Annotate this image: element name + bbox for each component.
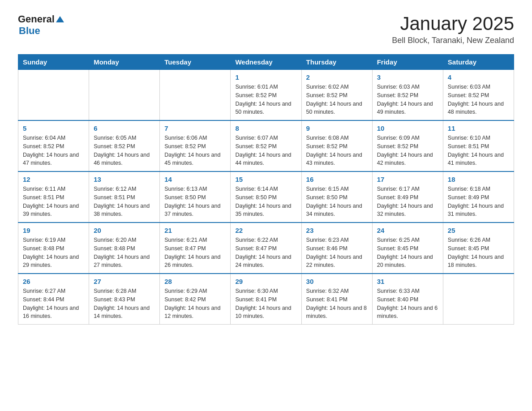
- day-info: Sunrise: 6:28 AMSunset: 8:43 PMDaylight:…: [94, 287, 155, 321]
- calendar-cell: 10 Sunrise: 6:09 AMSunset: 8:52 PMDaylig…: [372, 120, 443, 171]
- calendar-cell: 30 Sunrise: 6:32 AMSunset: 8:41 PMDaylig…: [301, 274, 372, 325]
- calendar-cell: 11 Sunrise: 6:10 AMSunset: 8:51 PMDaylig…: [443, 120, 514, 171]
- calendar-table: Sunday Monday Tuesday Wednesday Thursday…: [18, 54, 514, 325]
- calendar-cell: [443, 274, 514, 325]
- day-info: Sunrise: 6:03 AMSunset: 8:52 PMDaylight:…: [448, 83, 509, 116]
- day-number: 3: [377, 73, 438, 81]
- day-number: 10: [377, 124, 438, 132]
- day-number: 14: [164, 176, 226, 183]
- day-number: 4: [448, 73, 509, 81]
- col-thursday: Thursday: [301, 55, 372, 70]
- calendar-cell: 29 Sunrise: 6:30 AMSunset: 8:41 PMDaylig…: [231, 274, 301, 325]
- day-number: 27: [94, 278, 155, 285]
- day-info: Sunrise: 6:02 AMSunset: 8:52 PMDaylight:…: [306, 83, 368, 116]
- day-info: Sunrise: 6:27 AMSunset: 8:44 PMDaylight:…: [23, 287, 84, 321]
- day-number: 7: [164, 124, 226, 132]
- calendar-cell: 13 Sunrise: 6:12 AMSunset: 8:51 PMDaylig…: [89, 171, 160, 223]
- calendar-cell: 18 Sunrise: 6:18 AMSunset: 8:49 PMDaylig…: [443, 171, 514, 223]
- calendar-cell: 7 Sunrise: 6:06 AMSunset: 8:52 PMDayligh…: [160, 120, 231, 171]
- day-number: 6: [94, 124, 155, 132]
- calendar-cell: 23 Sunrise: 6:23 AMSunset: 8:46 PMDaylig…: [301, 223, 372, 274]
- calendar-cell: 6 Sunrise: 6:05 AMSunset: 8:52 PMDayligh…: [89, 120, 160, 171]
- calendar-cell: 14 Sunrise: 6:13 AMSunset: 8:50 PMDaylig…: [160, 171, 231, 223]
- calendar-cell: 26 Sunrise: 6:27 AMSunset: 8:44 PMDaylig…: [18, 274, 89, 325]
- calendar-cell: 20 Sunrise: 6:20 AMSunset: 8:48 PMDaylig…: [89, 223, 160, 274]
- day-info: Sunrise: 6:15 AMSunset: 8:50 PMDaylight:…: [306, 185, 368, 218]
- day-number: 13: [94, 176, 155, 183]
- calendar-cell: 16 Sunrise: 6:15 AMSunset: 8:50 PMDaylig…: [301, 171, 372, 223]
- day-number: 22: [235, 227, 296, 234]
- day-number: 8: [235, 124, 296, 132]
- day-info: Sunrise: 6:19 AMSunset: 8:48 PMDaylight:…: [23, 236, 84, 270]
- day-number: 29: [235, 278, 296, 285]
- calendar-cell: 21 Sunrise: 6:21 AMSunset: 8:47 PMDaylig…: [160, 223, 231, 274]
- calendar-cell: 28 Sunrise: 6:29 AMSunset: 8:42 PMDaylig…: [160, 274, 231, 325]
- day-info: Sunrise: 6:13 AMSunset: 8:50 PMDaylight:…: [164, 185, 226, 218]
- week-row-5: 26 Sunrise: 6:27 AMSunset: 8:44 PMDaylig…: [18, 274, 514, 325]
- day-info: Sunrise: 6:04 AMSunset: 8:52 PMDaylight:…: [23, 134, 84, 167]
- week-row-1: 1 Sunrise: 6:01 AMSunset: 8:52 PMDayligh…: [18, 70, 514, 121]
- day-number: 26: [23, 278, 84, 285]
- page-header: General Blue January 2025 Bell Block, Ta…: [18, 13, 514, 45]
- col-monday: Monday: [89, 55, 160, 70]
- calendar-cell: [89, 70, 160, 121]
- day-number: 28: [164, 278, 226, 285]
- calendar-cell: 17 Sunrise: 6:17 AMSunset: 8:49 PMDaylig…: [372, 171, 443, 223]
- day-info: Sunrise: 6:07 AMSunset: 8:52 PMDaylight:…: [235, 134, 296, 167]
- calendar-cell: 22 Sunrise: 6:22 AMSunset: 8:47 PMDaylig…: [231, 223, 301, 274]
- col-wednesday: Wednesday: [231, 55, 301, 70]
- location-text: Bell Block, Taranaki, New Zealand: [392, 36, 514, 45]
- week-row-3: 12 Sunrise: 6:11 AMSunset: 8:51 PMDaylig…: [18, 171, 514, 223]
- calendar-cell: 31 Sunrise: 6:33 AMSunset: 8:40 PMDaylig…: [372, 274, 443, 325]
- calendar-cell: 27 Sunrise: 6:28 AMSunset: 8:43 PMDaylig…: [89, 274, 160, 325]
- day-info: Sunrise: 6:06 AMSunset: 8:52 PMDaylight:…: [164, 134, 226, 167]
- day-info: Sunrise: 6:03 AMSunset: 8:52 PMDaylight:…: [377, 83, 438, 116]
- calendar-cell: 15 Sunrise: 6:14 AMSunset: 8:50 PMDaylig…: [231, 171, 301, 223]
- calendar-cell: [18, 70, 89, 121]
- day-number: 17: [377, 176, 438, 183]
- day-number: 1: [235, 73, 296, 81]
- day-number: 16: [306, 176, 368, 183]
- calendar-cell: 25 Sunrise: 6:26 AMSunset: 8:45 PMDaylig…: [443, 223, 514, 274]
- title-block: January 2025 Bell Block, Taranaki, New Z…: [392, 13, 514, 45]
- day-number: 2: [306, 73, 368, 81]
- calendar-cell: 3 Sunrise: 6:03 AMSunset: 8:52 PMDayligh…: [372, 70, 443, 121]
- logo: General Blue: [18, 13, 64, 37]
- day-info: Sunrise: 6:32 AMSunset: 8:41 PMDaylight:…: [306, 287, 368, 321]
- day-number: 15: [235, 176, 296, 183]
- day-info: Sunrise: 6:17 AMSunset: 8:49 PMDaylight:…: [377, 185, 438, 218]
- day-info: Sunrise: 6:21 AMSunset: 8:47 PMDaylight:…: [164, 236, 226, 270]
- day-info: Sunrise: 6:05 AMSunset: 8:52 PMDaylight:…: [94, 134, 155, 167]
- day-info: Sunrise: 6:22 AMSunset: 8:47 PMDaylight:…: [235, 236, 296, 270]
- day-info: Sunrise: 6:26 AMSunset: 8:45 PMDaylight:…: [448, 236, 509, 270]
- logo-blue-text: Blue: [19, 25, 40, 37]
- day-info: Sunrise: 6:25 AMSunset: 8:45 PMDaylight:…: [377, 236, 438, 270]
- day-number: 18: [448, 176, 509, 183]
- col-tuesday: Tuesday: [160, 55, 231, 70]
- day-info: Sunrise: 6:11 AMSunset: 8:51 PMDaylight:…: [23, 185, 84, 218]
- calendar-cell: 12 Sunrise: 6:11 AMSunset: 8:51 PMDaylig…: [18, 171, 89, 223]
- day-info: Sunrise: 6:12 AMSunset: 8:51 PMDaylight:…: [94, 185, 155, 218]
- calendar-cell: 1 Sunrise: 6:01 AMSunset: 8:52 PMDayligh…: [231, 70, 301, 121]
- day-info: Sunrise: 6:01 AMSunset: 8:52 PMDaylight:…: [235, 83, 296, 116]
- col-friday: Friday: [372, 55, 443, 70]
- day-info: Sunrise: 6:29 AMSunset: 8:42 PMDaylight:…: [164, 287, 226, 321]
- day-info: Sunrise: 6:23 AMSunset: 8:46 PMDaylight:…: [306, 236, 368, 270]
- day-number: 9: [306, 124, 368, 132]
- day-number: 5: [23, 124, 84, 132]
- week-row-2: 5 Sunrise: 6:04 AMSunset: 8:52 PMDayligh…: [18, 120, 514, 171]
- day-info: Sunrise: 6:18 AMSunset: 8:49 PMDaylight:…: [448, 185, 509, 218]
- week-row-4: 19 Sunrise: 6:19 AMSunset: 8:48 PMDaylig…: [18, 223, 514, 274]
- calendar-cell: 5 Sunrise: 6:04 AMSunset: 8:52 PMDayligh…: [18, 120, 89, 171]
- calendar-cell: [160, 70, 231, 121]
- day-number: 31: [377, 278, 438, 285]
- calendar-cell: 24 Sunrise: 6:25 AMSunset: 8:45 PMDaylig…: [372, 223, 443, 274]
- month-title: January 2025: [392, 13, 514, 34]
- logo-general-text: General: [18, 13, 55, 25]
- day-number: 11: [448, 124, 509, 132]
- day-info: Sunrise: 6:20 AMSunset: 8:48 PMDaylight:…: [94, 236, 155, 270]
- day-number: 25: [448, 227, 509, 234]
- day-number: 20: [94, 227, 155, 234]
- calendar-cell: 2 Sunrise: 6:02 AMSunset: 8:52 PMDayligh…: [301, 70, 372, 121]
- day-number: 19: [23, 227, 84, 234]
